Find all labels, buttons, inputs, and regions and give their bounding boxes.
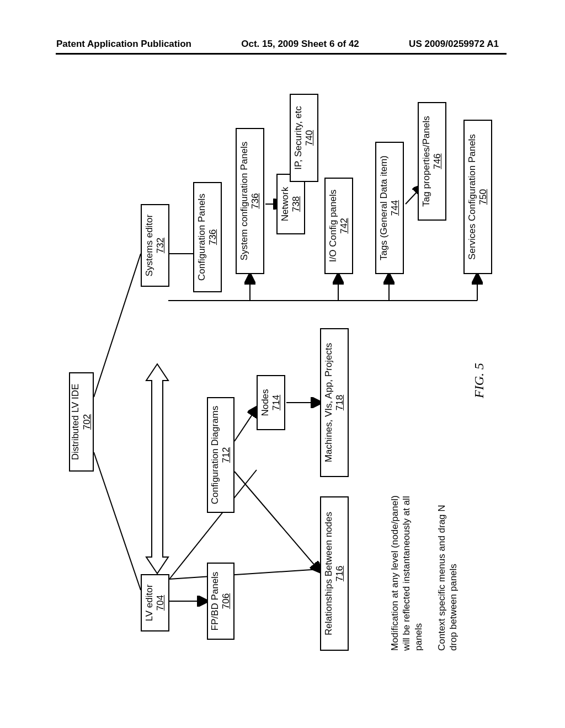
node-label: IP, Security, etc <box>293 106 304 170</box>
node-label: FP/BD Panels <box>210 572 221 631</box>
node-systems-editor: Systems editor 732 <box>141 204 169 287</box>
figure-label: FIG. 5 <box>472 363 487 398</box>
header-rule <box>56 53 507 55</box>
note-context: Context specific menus and drag N drop b… <box>436 485 460 651</box>
node-ip-security: IP, Security, etc 740 <box>290 94 318 182</box>
diagram-canvas: Distributed LV IDE 702 LV editor 704 FP/… <box>69 90 501 662</box>
header-left: Patent Application Publication <box>56 39 191 50</box>
header-right: US 2009/0259972 A1 <box>409 39 499 50</box>
node-machines-vis-app-projects: Machines, VIs, App, Projects 718 <box>320 328 349 477</box>
svg-line-5 <box>234 408 257 441</box>
node-ref: 712 <box>221 447 232 463</box>
node-ref: 704 <box>155 595 166 611</box>
node-label: Tag properties/Panels <box>421 116 432 206</box>
svg-line-1 <box>94 254 141 397</box>
node-system-config-panels: System configuration Panels 736 <box>236 128 264 274</box>
node-ref: 706 <box>221 593 232 609</box>
node-nodes: Nodes 714 <box>257 375 285 430</box>
node-ref: 736 <box>207 229 218 245</box>
node-ref: 738 <box>291 196 302 212</box>
node-label: Tags (General Data item) <box>379 156 390 260</box>
node-label: Systems editor <box>144 215 155 276</box>
node-io-config-panels: I/O Config panels 742 <box>324 178 353 274</box>
node-tags: Tags (General Data item) 744 <box>375 142 404 274</box>
node-distributed-lv-ide: Distributed LV IDE 702 <box>69 372 94 472</box>
node-ref: 742 <box>339 218 350 233</box>
figure-diagram: Distributed LV IDE 702 LV editor 704 FP/… <box>69 230 565 662</box>
node-label: Nodes <box>260 389 271 416</box>
svg-line-4 <box>169 569 319 579</box>
svg-line-0 <box>94 452 141 590</box>
node-ref: 716 <box>334 566 345 581</box>
node-label: Configuration Diagrams <box>210 406 221 505</box>
node-tag-properties: Tag properties/Panels 746 <box>418 102 446 221</box>
node-lv-editor: LV editor 704 <box>141 574 169 631</box>
node-fpbd-panels: FP/BD Panels 706 <box>207 563 234 640</box>
node-label: Relationships Between nodes <box>323 512 334 635</box>
note-modification: Modification at any level (node/panel) w… <box>389 485 424 651</box>
node-ref: 714 <box>271 395 282 410</box>
node-label: I/O Config panels <box>328 190 339 262</box>
node-label: Configuration Panels <box>196 194 207 281</box>
node-ref: 718 <box>334 395 345 410</box>
node-label: Distributed LV IDE <box>70 384 81 461</box>
node-network: Network 738 <box>276 174 305 234</box>
page-header: Patent Application Publication Oct. 15, … <box>0 39 565 50</box>
node-label: Machines, VIs, App, Projects <box>323 343 334 462</box>
node-label: LV editor <box>144 585 155 622</box>
node-ref: 702 <box>82 414 93 430</box>
node-ref: 740 <box>304 130 315 146</box>
node-relationships: Relationships Between nodes 716 <box>320 496 349 651</box>
node-ref: 750 <box>478 189 489 205</box>
node-label: Network <box>280 187 291 221</box>
node-config-panels: Configuration Panels 736 <box>193 182 222 292</box>
node-ref: 746 <box>432 153 443 169</box>
node-label: System configuration Panels <box>239 142 250 260</box>
node-services-config-panels: Services Configuration Panels 750 <box>463 120 492 274</box>
node-config-diagrams: Configuration Diagrams 712 <box>207 397 234 513</box>
node-label: Services Configuration Panels <box>467 134 478 260</box>
node-ref: 732 <box>155 238 166 253</box>
header-center: Oct. 15, 2009 Sheet 6 of 42 <box>241 39 359 50</box>
node-ref: 744 <box>390 200 401 216</box>
svg-line-6 <box>234 472 319 571</box>
node-ref: 736 <box>250 193 261 208</box>
